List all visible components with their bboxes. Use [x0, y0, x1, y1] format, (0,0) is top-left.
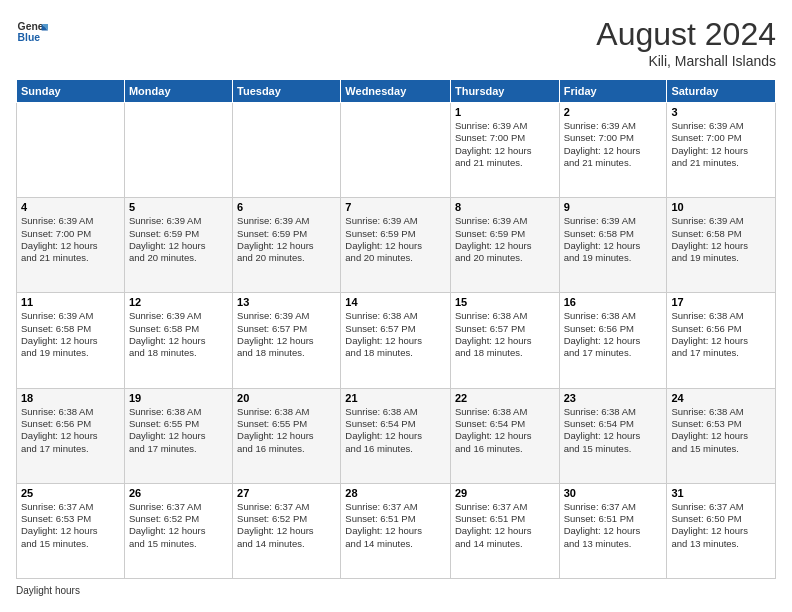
calendar-cell: 18Sunrise: 6:38 AM Sunset: 6:56 PM Dayli… [17, 388, 125, 483]
month-year-title: August 2024 [596, 16, 776, 53]
day-number: 1 [455, 106, 555, 118]
day-info: Sunrise: 6:39 AM Sunset: 6:57 PM Dayligh… [237, 310, 336, 359]
logo: General Blue [16, 16, 48, 48]
calendar-weekday-wednesday: Wednesday [341, 80, 451, 103]
day-number: 9 [564, 201, 663, 213]
day-info: Sunrise: 6:39 AM Sunset: 6:59 PM Dayligh… [237, 215, 336, 264]
calendar-week-row: 18Sunrise: 6:38 AM Sunset: 6:56 PM Dayli… [17, 388, 776, 483]
day-info: Sunrise: 6:39 AM Sunset: 6:59 PM Dayligh… [345, 215, 446, 264]
calendar-cell: 5Sunrise: 6:39 AM Sunset: 6:59 PM Daylig… [124, 198, 232, 293]
calendar-cell: 20Sunrise: 6:38 AM Sunset: 6:55 PM Dayli… [233, 388, 341, 483]
svg-text:Blue: Blue [18, 32, 41, 43]
day-number: 19 [129, 392, 228, 404]
legend: Daylight hours [16, 585, 776, 596]
day-number: 7 [345, 201, 446, 213]
day-number: 3 [671, 106, 771, 118]
day-number: 24 [671, 392, 771, 404]
day-info: Sunrise: 6:37 AM Sunset: 6:51 PM Dayligh… [564, 501, 663, 550]
day-number: 17 [671, 296, 771, 308]
calendar-cell: 3Sunrise: 6:39 AM Sunset: 7:00 PM Daylig… [667, 103, 776, 198]
day-info: Sunrise: 6:39 AM Sunset: 6:58 PM Dayligh… [671, 215, 771, 264]
calendar-weekday-friday: Friday [559, 80, 667, 103]
calendar-cell [17, 103, 125, 198]
day-number: 2 [564, 106, 663, 118]
day-number: 10 [671, 201, 771, 213]
day-number: 28 [345, 487, 446, 499]
calendar-cell: 23Sunrise: 6:38 AM Sunset: 6:54 PM Dayli… [559, 388, 667, 483]
day-info: Sunrise: 6:37 AM Sunset: 6:51 PM Dayligh… [455, 501, 555, 550]
day-info: Sunrise: 6:38 AM Sunset: 6:54 PM Dayligh… [455, 406, 555, 455]
calendar-table: SundayMondayTuesdayWednesdayThursdayFrid… [16, 79, 776, 579]
day-info: Sunrise: 6:39 AM Sunset: 6:59 PM Dayligh… [129, 215, 228, 264]
day-number: 30 [564, 487, 663, 499]
calendar-weekday-thursday: Thursday [450, 80, 559, 103]
calendar-cell [341, 103, 451, 198]
day-info: Sunrise: 6:37 AM Sunset: 6:52 PM Dayligh… [237, 501, 336, 550]
calendar-cell: 12Sunrise: 6:39 AM Sunset: 6:58 PM Dayli… [124, 293, 232, 388]
calendar-cell: 31Sunrise: 6:37 AM Sunset: 6:50 PM Dayli… [667, 483, 776, 578]
calendar-cell: 8Sunrise: 6:39 AM Sunset: 6:59 PM Daylig… [450, 198, 559, 293]
day-info: Sunrise: 6:38 AM Sunset: 6:55 PM Dayligh… [237, 406, 336, 455]
calendar-week-row: 1Sunrise: 6:39 AM Sunset: 7:00 PM Daylig… [17, 103, 776, 198]
calendar-cell: 15Sunrise: 6:38 AM Sunset: 6:57 PM Dayli… [450, 293, 559, 388]
day-number: 14 [345, 296, 446, 308]
day-number: 13 [237, 296, 336, 308]
day-info: Sunrise: 6:37 AM Sunset: 6:52 PM Dayligh… [129, 501, 228, 550]
calendar-cell: 13Sunrise: 6:39 AM Sunset: 6:57 PM Dayli… [233, 293, 341, 388]
day-info: Sunrise: 6:37 AM Sunset: 6:51 PM Dayligh… [345, 501, 446, 550]
daylight-label: Daylight hours [16, 585, 80, 596]
day-info: Sunrise: 6:39 AM Sunset: 6:58 PM Dayligh… [129, 310, 228, 359]
day-info: Sunrise: 6:38 AM Sunset: 6:54 PM Dayligh… [345, 406, 446, 455]
day-info: Sunrise: 6:38 AM Sunset: 6:56 PM Dayligh… [671, 310, 771, 359]
day-info: Sunrise: 6:38 AM Sunset: 6:57 PM Dayligh… [455, 310, 555, 359]
day-number: 29 [455, 487, 555, 499]
location-title: Kili, Marshall Islands [596, 53, 776, 69]
calendar-weekday-saturday: Saturday [667, 80, 776, 103]
calendar-cell [233, 103, 341, 198]
day-number: 5 [129, 201, 228, 213]
day-number: 31 [671, 487, 771, 499]
calendar-cell: 19Sunrise: 6:38 AM Sunset: 6:55 PM Dayli… [124, 388, 232, 483]
day-number: 20 [237, 392, 336, 404]
day-info: Sunrise: 6:38 AM Sunset: 6:53 PM Dayligh… [671, 406, 771, 455]
day-number: 8 [455, 201, 555, 213]
day-number: 21 [345, 392, 446, 404]
calendar-cell [124, 103, 232, 198]
calendar-cell: 24Sunrise: 6:38 AM Sunset: 6:53 PM Dayli… [667, 388, 776, 483]
calendar-week-row: 4Sunrise: 6:39 AM Sunset: 7:00 PM Daylig… [17, 198, 776, 293]
day-number: 12 [129, 296, 228, 308]
day-info: Sunrise: 6:39 AM Sunset: 7:00 PM Dayligh… [564, 120, 663, 169]
day-number: 22 [455, 392, 555, 404]
header: General Blue August 2024 Kili, Marshall … [16, 16, 776, 69]
calendar-cell: 28Sunrise: 6:37 AM Sunset: 6:51 PM Dayli… [341, 483, 451, 578]
day-info: Sunrise: 6:38 AM Sunset: 6:55 PM Dayligh… [129, 406, 228, 455]
day-number: 4 [21, 201, 120, 213]
day-info: Sunrise: 6:38 AM Sunset: 6:57 PM Dayligh… [345, 310, 446, 359]
calendar-cell: 1Sunrise: 6:39 AM Sunset: 7:00 PM Daylig… [450, 103, 559, 198]
title-block: August 2024 Kili, Marshall Islands [596, 16, 776, 69]
day-info: Sunrise: 6:38 AM Sunset: 6:56 PM Dayligh… [564, 310, 663, 359]
calendar-cell: 2Sunrise: 6:39 AM Sunset: 7:00 PM Daylig… [559, 103, 667, 198]
calendar-cell: 7Sunrise: 6:39 AM Sunset: 6:59 PM Daylig… [341, 198, 451, 293]
calendar-cell: 4Sunrise: 6:39 AM Sunset: 7:00 PM Daylig… [17, 198, 125, 293]
day-info: Sunrise: 6:38 AM Sunset: 6:56 PM Dayligh… [21, 406, 120, 455]
day-number: 16 [564, 296, 663, 308]
day-number: 26 [129, 487, 228, 499]
calendar-cell: 6Sunrise: 6:39 AM Sunset: 6:59 PM Daylig… [233, 198, 341, 293]
calendar-cell: 25Sunrise: 6:37 AM Sunset: 6:53 PM Dayli… [17, 483, 125, 578]
logo-icon: General Blue [16, 16, 48, 48]
calendar-cell: 26Sunrise: 6:37 AM Sunset: 6:52 PM Dayli… [124, 483, 232, 578]
day-number: 11 [21, 296, 120, 308]
day-info: Sunrise: 6:37 AM Sunset: 6:53 PM Dayligh… [21, 501, 120, 550]
day-info: Sunrise: 6:39 AM Sunset: 7:00 PM Dayligh… [671, 120, 771, 169]
day-number: 15 [455, 296, 555, 308]
calendar-cell: 30Sunrise: 6:37 AM Sunset: 6:51 PM Dayli… [559, 483, 667, 578]
calendar-weekday-monday: Monday [124, 80, 232, 103]
calendar-cell: 17Sunrise: 6:38 AM Sunset: 6:56 PM Dayli… [667, 293, 776, 388]
day-number: 23 [564, 392, 663, 404]
calendar-weekday-sunday: Sunday [17, 80, 125, 103]
calendar-cell: 10Sunrise: 6:39 AM Sunset: 6:58 PM Dayli… [667, 198, 776, 293]
day-info: Sunrise: 6:39 AM Sunset: 6:59 PM Dayligh… [455, 215, 555, 264]
calendar-header-row: SundayMondayTuesdayWednesdayThursdayFrid… [17, 80, 776, 103]
day-info: Sunrise: 6:39 AM Sunset: 6:58 PM Dayligh… [564, 215, 663, 264]
